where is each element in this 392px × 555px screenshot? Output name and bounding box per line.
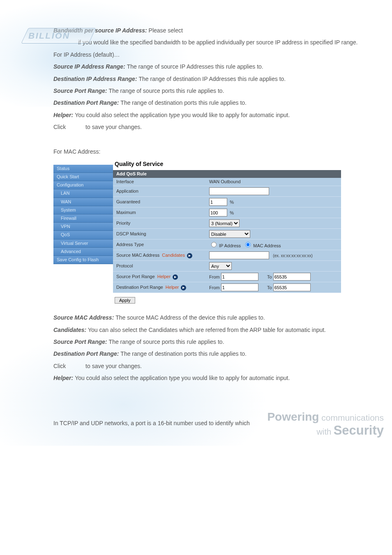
label-dscp: DSCP Marking: [113, 229, 206, 240]
sidebar-item-save-config[interactable]: Save Config to Flash: [53, 256, 113, 264]
radio-mac-label: MAC Address: [253, 243, 281, 248]
from-label: From: [209, 274, 220, 279]
row-destination-port: Destination Port Range Helper ► From To: [113, 282, 341, 293]
paragraph: Helper: You could also select the applic…: [53, 109, 367, 121]
label-source-port: Source Port Range Helper ►: [113, 272, 206, 282]
label-guaranteed: Guaranteed: [113, 197, 206, 207]
application-input[interactable]: [209, 187, 269, 195]
row-source-port: Source Port Range Helper ► From To: [113, 272, 341, 282]
document-body: Bandwidth per source IP Address: Please …: [0, 0, 392, 446]
radio-ip-label: IP Address: [219, 243, 241, 248]
source-mac-input[interactable]: [209, 251, 269, 259]
paragraph: Bandwidth per source IP Address: Please …: [53, 25, 367, 37]
sidebar-item-advanced[interactable]: Advanced: [53, 248, 113, 256]
label-application: Application: [113, 186, 206, 197]
label-interface: Interface: [113, 178, 206, 186]
paragraph: Click to save your changes.: [53, 121, 367, 133]
candidates-plus-icon[interactable]: ►: [187, 253, 192, 258]
page-title: Quality of Service: [113, 160, 341, 170]
dst-from-input[interactable]: [221, 283, 258, 291]
section-heading: For MAC Address:: [53, 146, 367, 158]
paragraph: Destination Port Range: The range of des…: [53, 348, 367, 360]
main-panel: Quality of Service Add QoS Rule Interfac…: [113, 160, 341, 304]
maximum-input[interactable]: [209, 209, 227, 216]
row-guaranteed: Guaranteed %: [113, 197, 341, 207]
value-interface: WAN Outbound: [206, 178, 341, 186]
paragraph: For IP Address (default)…: [53, 49, 367, 61]
row-priority: Priority 3 (Normal): [113, 218, 341, 229]
sidebar-item-quickstart[interactable]: Quick Start: [53, 173, 113, 181]
src-to-input[interactable]: [273, 273, 311, 281]
paragraph: In TCP/IP and UDP networks, a port is a …: [53, 417, 367, 429]
paragraph: Click to save your changes.: [53, 360, 367, 372]
label-destination-port: Destination Port Range Helper ►: [113, 282, 206, 293]
mac-hint: (ex. xx:xx:xx:xx:xx:xx): [273, 253, 313, 258]
row-application: Application: [113, 186, 341, 197]
paragraph: Source IP Address Range: The range of so…: [53, 61, 367, 73]
candidates-link[interactable]: Candidates: [162, 253, 185, 258]
router-screenshot: Status Quick Start Configuration LAN WAN…: [53, 160, 341, 304]
sidebar-item-vpn[interactable]: VPN: [53, 223, 113, 231]
src-from-input[interactable]: [221, 273, 258, 281]
radio-mac-address[interactable]: [245, 242, 251, 247]
paragraph: Source MAC Address: The source MAC Addre…: [53, 312, 367, 324]
paragraph: if you would like the specified bandwidt…: [53, 37, 367, 48]
sidebar-item-firewall[interactable]: Firewall: [53, 214, 113, 223]
from-label: From: [209, 285, 220, 290]
brand-logo: BILLION: [25, 28, 92, 44]
helper-link-dst[interactable]: Helper: [166, 285, 179, 290]
row-interface: Interface WAN Outbound: [113, 178, 341, 186]
sidebar-item-virtual-server[interactable]: Virtual Server: [53, 240, 113, 248]
guaranteed-input[interactable]: [209, 198, 227, 206]
label-priority: Priority: [113, 218, 206, 229]
row-protocol: Protocol Any: [113, 261, 341, 272]
label-maximum: Maximum: [113, 207, 206, 218]
qos-form-table: Interface WAN Outbound Application Guara…: [113, 178, 341, 293]
label-protocol: Protocol: [113, 261, 206, 272]
row-dscp: DSCP Marking Disable: [113, 229, 341, 240]
sidebar-item-qos[interactable]: QoS: [53, 231, 113, 239]
sidebar-item-wan[interactable]: WAN: [53, 198, 113, 206]
row-source-mac: Source MAC Address Candidates ► (ex. xx:…: [113, 250, 341, 261]
radio-ip-address[interactable]: [211, 242, 217, 247]
sidebar-item-system[interactable]: System: [53, 206, 113, 214]
paragraph: Source Port Range: The range of source p…: [53, 85, 367, 97]
panel-header: Add QoS Rule: [113, 170, 341, 178]
priority-select[interactable]: 3 (Normal): [209, 219, 240, 227]
paragraph: Helper: You could also select the applic…: [53, 372, 367, 384]
to-label: To: [267, 274, 272, 279]
percent-label: %: [230, 210, 234, 215]
sidebar-item-configuration[interactable]: Configuration: [53, 181, 113, 189]
paragraph: Candidates: You can also select the Cand…: [53, 324, 367, 336]
paragraph: Destination Port Range: The range of des…: [53, 97, 367, 109]
paragraph: Source Port Range: The range of source p…: [53, 336, 367, 348]
helper-link-src[interactable]: Helper: [157, 274, 171, 279]
percent-label: %: [230, 200, 234, 205]
row-maximum: Maximum %: [113, 207, 341, 218]
label-address-type: Address Type: [113, 240, 206, 250]
sidebar-item-lan[interactable]: LAN: [53, 189, 113, 198]
dst-to-input[interactable]: [273, 283, 311, 291]
helper-plus-icon[interactable]: ►: [173, 274, 178, 280]
sidebar-item-status[interactable]: Status: [53, 165, 113, 173]
paragraph: Destination IP Address Range: The range …: [53, 73, 367, 85]
label-source-mac: Source MAC Address Candidates ►: [113, 250, 206, 261]
helper-plus-icon[interactable]: ►: [181, 285, 186, 290]
apply-button[interactable]: Apply: [115, 297, 135, 304]
dscp-select[interactable]: Disable: [209, 230, 250, 238]
protocol-select[interactable]: Any: [209, 262, 232, 270]
to-label: To: [267, 285, 272, 290]
row-address-type: Address Type IP Address MAC Address: [113, 240, 341, 250]
sidebar: Status Quick Start Configuration LAN WAN…: [53, 160, 113, 304]
